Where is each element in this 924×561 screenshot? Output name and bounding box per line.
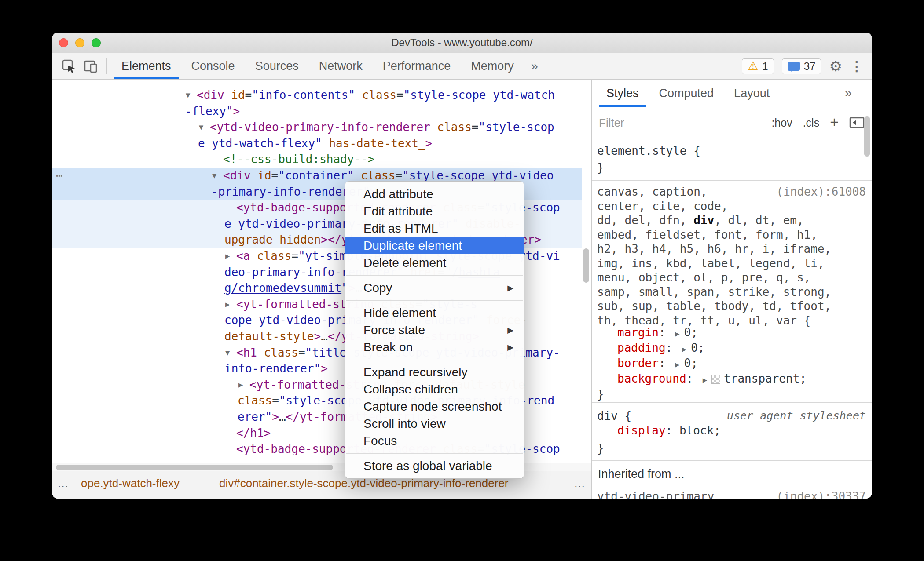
- menu-item-edit-as-html[interactable]: Edit as HTML: [345, 220, 524, 237]
- styles-scrollbar-thumb[interactable]: [864, 116, 870, 157]
- titlebar[interactable]: DevTools - www.youtube.com/: [52, 33, 872, 53]
- tab-performance[interactable]: Performance: [373, 53, 461, 79]
- close-button[interactable]: [59, 38, 68, 47]
- menu-separator: [345, 271, 524, 279]
- expand-shorthand-icon[interactable]: ▶: [703, 375, 707, 384]
- menu-item-label: Hide element: [363, 306, 436, 320]
- menu-item-scroll-into-view[interactable]: Scroll into view: [345, 415, 524, 432]
- collapse-arrow-icon[interactable]: ▼: [186, 87, 190, 103]
- element-style-selector[interactable]: element.style {: [597, 142, 700, 159]
- css-selector-line[interactable]: embed, fieldset, font, form, h1,: [597, 228, 831, 242]
- css-property-background[interactable]: background: ▶transparent;: [617, 371, 807, 386]
- menu-item-label: Add attribute: [363, 187, 433, 201]
- css-selector-line[interactable]: samp, small, span, strike, strong,: [597, 285, 831, 299]
- toolbar-right-cluster: ⚠ 1 37 ⚙ ⋮: [742, 58, 863, 74]
- menu-item-break-on[interactable]: Break on▶: [345, 339, 524, 356]
- breadcrumb-overflow-right[interactable]: …: [574, 477, 585, 490]
- dom-line-text: <div id="info-contents" class="style-sco…: [197, 87, 555, 103]
- toggle-sidebar-icon[interactable]: [849, 116, 865, 129]
- css-property-display[interactable]: display: block;: [617, 423, 721, 438]
- dom-line[interactable]: ▼<div id="info-contents" class="style-sc…: [52, 87, 582, 103]
- css-property-border[interactable]: border: ▶0;: [617, 356, 807, 371]
- css-selector-line[interactable]: img, ins, kbd, label, legend, li,: [597, 256, 831, 271]
- dom-line[interactable]: ▼<ytd-video-primary-info-renderer class=…: [52, 119, 582, 135]
- collapse-arrow-icon[interactable]: ▼: [225, 345, 230, 361]
- elements-vertical-scrollbar[interactable]: [583, 248, 589, 283]
- console-messages-badge[interactable]: 37: [782, 58, 821, 74]
- menu-item-collapse-children[interactable]: Collapse children: [345, 381, 524, 398]
- expand-shorthand-icon[interactable]: ▶: [675, 360, 679, 369]
- device-toolbar-icon[interactable]: [84, 59, 99, 74]
- ua-rule-selector[interactable]: div {: [597, 408, 631, 424]
- menu-item-expand-recursively[interactable]: Expand recursively: [345, 364, 524, 381]
- menu-item-capture-node-screenshot[interactable]: Capture node screenshot: [345, 398, 524, 415]
- styles-filter-input[interactable]: [599, 116, 709, 130]
- toolbar-tabs: ElementsConsoleSourcesNetworkPerformance…: [111, 53, 524, 79]
- expand-shorthand-icon[interactable]: ▶: [682, 345, 686, 353]
- tab-memory[interactable]: Memory: [461, 53, 524, 79]
- styles-more-tabs-icon[interactable]: »: [838, 86, 859, 100]
- css-selector-line[interactable]: center, cite, code,: [597, 199, 831, 214]
- main-area: ▼<div id="info-contents" class="style-sc…: [52, 80, 872, 499]
- submenu-arrow-icon: ▶: [507, 342, 513, 352]
- inherited-stylesheet-source-link[interactable]: (index):30337: [777, 489, 866, 499]
- css-selector-line[interactable]: h2, h3, h4, h5, h6, hr, i, iframe,: [597, 242, 831, 256]
- expand-arrow-icon[interactable]: ▶: [238, 377, 243, 393]
- css-selector-line[interactable]: sub, sup, table, tbody, td, tfoot,: [597, 299, 831, 313]
- tab-network[interactable]: Network: [309, 53, 373, 79]
- menu-item-hide-element[interactable]: Hide element: [345, 304, 524, 321]
- zoom-button[interactable]: [92, 38, 101, 47]
- warnings-badge[interactable]: ⚠ 1: [742, 58, 774, 74]
- menu-item-copy[interactable]: Copy▶: [345, 279, 524, 296]
- styles-tab-computed[interactable]: Computed: [649, 80, 724, 107]
- css-selector-line[interactable]: menu, object, ol, p, pre, q, s,: [597, 270, 831, 285]
- menu-item-duplicate-element[interactable]: Duplicate element: [345, 237, 524, 254]
- dom-line[interactable]: <!--css-build:shady-->: [52, 151, 582, 168]
- kebab-menu-icon[interactable]: ⋮: [850, 60, 863, 73]
- section-divider: [592, 460, 872, 461]
- more-tabs-icon[interactable]: »: [524, 59, 545, 73]
- expand-shorthand-icon[interactable]: ▶: [675, 329, 679, 338]
- settings-gear-icon[interactable]: ⚙: [829, 59, 842, 73]
- dom-line-text: -flexy">: [185, 103, 240, 120]
- expand-arrow-icon[interactable]: ▶: [225, 248, 230, 264]
- css-selector-line[interactable]: dd, del, dfn, div, dl, dt, em,: [597, 213, 831, 228]
- css-property-padding[interactable]: padding: ▶0;: [617, 340, 807, 356]
- breadcrumb-overflow-left[interactable]: …: [57, 477, 69, 490]
- tab-console[interactable]: Console: [181, 53, 245, 79]
- dom-line-text: </h1>: [236, 425, 271, 441]
- submenu-arrow-icon: ▶: [507, 325, 513, 335]
- styles-tab-layout[interactable]: Layout: [724, 80, 780, 107]
- new-style-rule-button[interactable]: +: [830, 113, 839, 131]
- expand-arrow-icon[interactable]: ▶: [225, 296, 230, 313]
- tab-sources[interactable]: Sources: [245, 53, 309, 79]
- stylesheet-source-link[interactable]: (index):61008: [777, 185, 866, 199]
- inherited-rule-selector[interactable]: ytd-video-primary: [597, 488, 714, 499]
- dom-line[interactable]: -flexy">: [52, 103, 582, 120]
- menu-item-focus[interactable]: Focus: [345, 432, 524, 449]
- menu-item-edit-attribute[interactable]: Edit attribute: [345, 203, 524, 220]
- menu-item-label: Edit attribute: [363, 204, 433, 219]
- toggle-element-classes-button[interactable]: .cls: [803, 117, 820, 129]
- tab-elements[interactable]: Elements: [111, 53, 181, 79]
- inspect-element-icon[interactable]: [62, 59, 77, 74]
- breadcrumb-item[interactable]: ope.ytd-watch-flexy: [81, 477, 180, 490]
- horizontal-scrollbar-thumb[interactable]: [56, 465, 333, 470]
- node-options-ellipsis[interactable]: ⋯: [56, 168, 63, 184]
- submenu-arrow-icon: ▶: [507, 283, 513, 293]
- menu-item-delete-element[interactable]: Delete element: [345, 254, 524, 271]
- menu-item-store-as-global-variable[interactable]: Store as global variable: [345, 457, 524, 474]
- dom-line[interactable]: e ytd-watch-flexy" has-date-text_>: [52, 135, 582, 152]
- menu-separator: [345, 356, 524, 364]
- menu-item-add-attribute[interactable]: Add attribute: [345, 186, 524, 203]
- menu-item-force-state[interactable]: Force state▶: [345, 321, 524, 339]
- collapse-arrow-icon[interactable]: ▼: [199, 119, 203, 135]
- menu-item-label: Copy: [363, 281, 392, 295]
- collapse-arrow-icon[interactable]: ▼: [212, 168, 216, 184]
- css-property-margin[interactable]: margin: ▶0;: [617, 325, 807, 340]
- window-controls: [59, 33, 101, 53]
- toggle-pseudo-state-button[interactable]: :hov: [771, 117, 792, 129]
- menu-item-label: Edit as HTML: [363, 222, 438, 236]
- minimize-button[interactable]: [75, 38, 84, 47]
- styles-tab-styles[interactable]: Styles: [596, 80, 649, 107]
